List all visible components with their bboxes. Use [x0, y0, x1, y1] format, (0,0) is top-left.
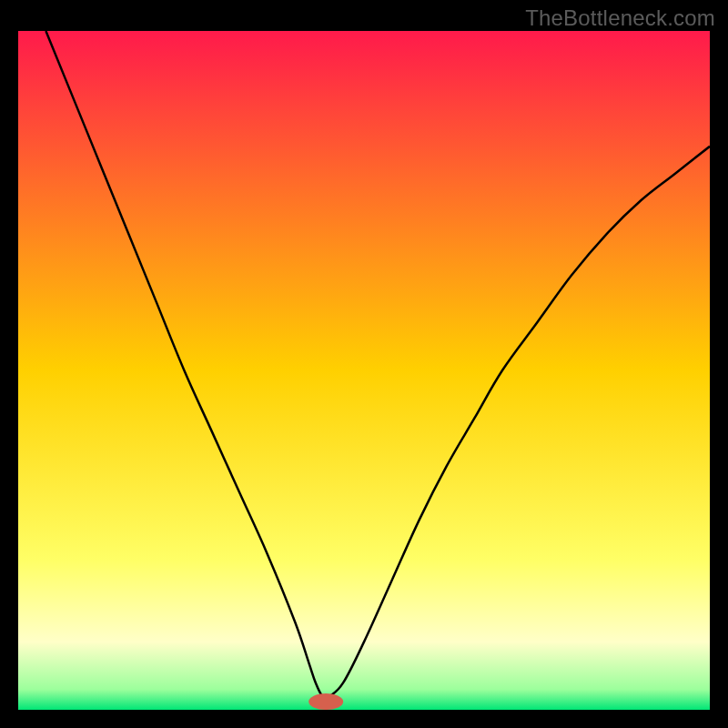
chart-svg [18, 31, 710, 710]
optimal-point-marker [308, 693, 343, 710]
chart-frame: TheBottleneck.com [0, 0, 728, 728]
chart-background [18, 31, 710, 710]
watermark-text: TheBottleneck.com [525, 5, 715, 31]
plot-area [18, 31, 710, 710]
